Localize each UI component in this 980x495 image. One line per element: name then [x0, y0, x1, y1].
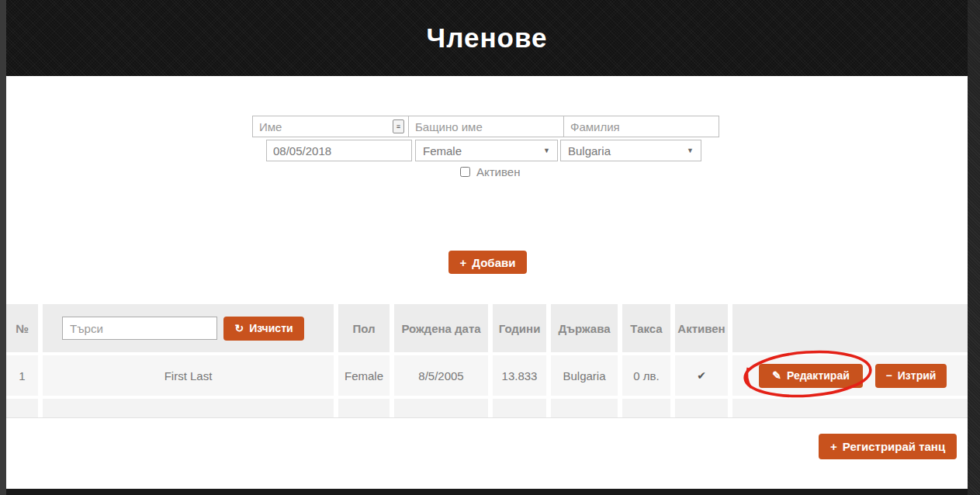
members-page: Членове ≡ Female ▼ Bulgaria ▼ Активен +Д… — [0, 0, 980, 495]
gender-select-value: Female — [423, 144, 462, 158]
empty-row-cell — [622, 399, 670, 417]
edit-button[interactable]: ✎Редактирай — [759, 364, 863, 388]
row-gender-cell: Female — [338, 355, 390, 396]
empty-row-cell — [338, 399, 390, 417]
register-dance-label: Регистрирай танц — [843, 440, 945, 453]
row-number-cell: 1 — [6, 355, 38, 396]
empty-row-cell — [675, 399, 728, 417]
birth-date-input[interactable] — [266, 140, 412, 161]
delete-button-label: Изтрий — [898, 369, 937, 382]
plus-icon: + — [830, 440, 837, 453]
family-name-input[interactable] — [563, 116, 719, 137]
clear-search-label: Изчисти — [249, 322, 293, 334]
search-input[interactable] — [62, 317, 217, 340]
column-header-actions — [732, 304, 968, 352]
pencil-icon: ✎ — [772, 369, 781, 382]
minus-icon: − — [886, 369, 892, 382]
column-header-fee: Такса — [622, 304, 670, 352]
gender-select[interactable]: Female ▼ — [415, 140, 558, 161]
row-birth-date-cell: 8/5/2005 — [394, 355, 488, 396]
empty-row-cell — [551, 399, 618, 417]
country-select-value: Bulgaria — [568, 144, 611, 158]
refresh-icon: ↻ — [234, 322, 244, 334]
register-dance-button[interactable]: +Регистрирай танц — [819, 434, 957, 459]
page-header: Членове — [6, 0, 968, 76]
row-country-cell: Bulgaria — [551, 355, 618, 396]
column-header-active: Активен — [675, 304, 728, 352]
active-checkbox[interactable] — [460, 167, 470, 177]
autofill-icon[interactable]: ≡ — [393, 119, 404, 133]
members-table: № ↻Изчисти Пол Рождена дата Години Държа… — [6, 304, 968, 418]
first-name-input[interactable] — [252, 116, 409, 137]
empty-row-cell — [394, 399, 488, 417]
middle-name-input[interactable] — [408, 116, 564, 137]
page-title: Членове — [427, 22, 548, 54]
edit-button-label: Редактирай — [787, 369, 850, 382]
column-header-gender: Пол — [338, 304, 390, 352]
chevron-down-icon: ▼ — [687, 147, 694, 154]
check-icon: ✔ — [697, 369, 706, 382]
clear-search-button[interactable]: ↻Изчисти — [223, 317, 304, 341]
add-button[interactable]: +Добави — [448, 251, 527, 274]
active-checkbox-row: Активен — [460, 165, 520, 178]
row-age-cell: 13.833 — [493, 355, 546, 396]
row-active-cell: ✔ — [675, 355, 728, 396]
column-header-number: № — [6, 304, 38, 352]
empty-row-cell — [43, 399, 334, 417]
right-frame — [968, 0, 980, 495]
chevron-down-icon: ▼ — [543, 147, 550, 154]
left-frame — [0, 0, 6, 495]
empty-row-cell — [6, 399, 38, 417]
row-fee-cell: 0 лв. — [622, 355, 670, 396]
country-select[interactable]: Bulgaria ▼ — [560, 140, 701, 161]
row-name-cell: First Last — [43, 355, 334, 396]
empty-row-cell — [732, 399, 968, 417]
bottom-frame — [6, 489, 968, 495]
active-checkbox-label: Активен — [476, 165, 520, 178]
column-header-name: ↻Изчисти — [43, 304, 334, 352]
delete-button[interactable]: −Изтрий — [875, 364, 947, 388]
column-header-birth-date: Рождена дата — [394, 304, 488, 352]
plus-icon: + — [460, 256, 467, 269]
empty-row-cell — [493, 399, 546, 417]
add-button-label: Добави — [472, 256, 515, 269]
column-header-country: Държава — [551, 304, 618, 352]
row-actions-cell: ✎Редактирай −Изтрий — [732, 355, 968, 396]
column-header-age: Години — [493, 304, 546, 352]
